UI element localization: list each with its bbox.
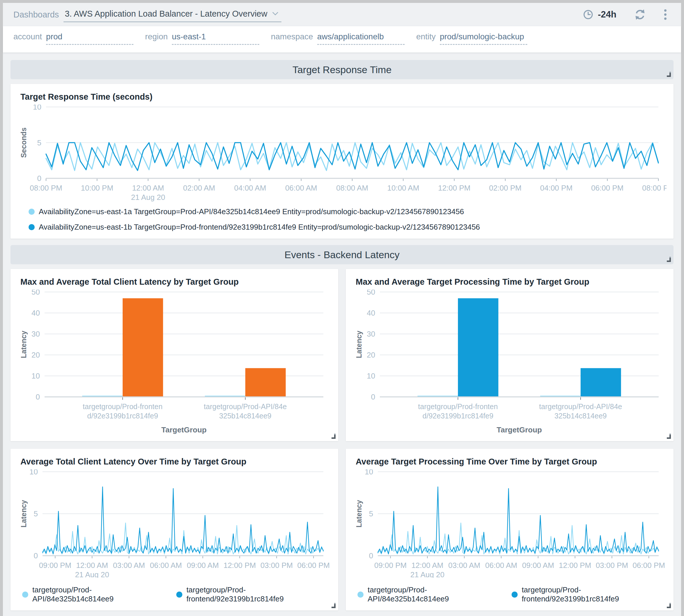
filter-account-value[interactable]: prod — [46, 32, 133, 45]
breadcrumb[interactable]: Dashboards — [14, 10, 59, 20]
resize-handle-icon[interactable] — [332, 435, 336, 439]
resize-handle-icon[interactable] — [667, 435, 671, 439]
chart-title: Max and Average Target Processing Time b… — [356, 277, 667, 287]
legend-item[interactable]: targetgroup/Prod-API/84e325b14c814ee9 — [22, 586, 163, 603]
chart-title: Target Response Time (seconds) — [20, 92, 667, 102]
time-range-value: -24h — [598, 9, 616, 20]
dashboard-title-dropdown[interactable]: 3. AWS Application Load Balancer - Laten… — [64, 7, 281, 22]
target-processing-bar-chart[interactable]: 01020304050Latencytargetgroup/Prod-front… — [352, 290, 667, 437]
svg-text:12:00 AM: 12:00 AM — [76, 561, 108, 570]
svg-text:10: 10 — [33, 105, 41, 111]
resize-handle-icon[interactable] — [332, 604, 336, 608]
svg-text:targetgroup/Prod-fronten: targetgroup/Prod-fronten — [418, 402, 498, 411]
svg-text:09:00 AM: 09:00 AM — [187, 561, 219, 570]
panel-max-avg-client-latency: Max and Average Total Client Latency by … — [10, 269, 338, 441]
svg-text:10: 10 — [365, 469, 373, 476]
dashboard-page: Dashboards 3. AWS Application Load Balan… — [3, 3, 681, 616]
client-latency-legend: targetgroup/Prod-API/84e325b14c814ee9tar… — [22, 586, 332, 603]
svg-text:5: 5 — [34, 509, 38, 518]
section-header-target-response-time: Target Response Time — [10, 60, 674, 79]
svg-text:30: 30 — [367, 330, 375, 338]
target-processing-legend: targetgroup/Prod-API/84e325b14c814ee9tar… — [358, 586, 667, 603]
section-title: Events - Backend Latency — [284, 249, 400, 261]
svg-text:20: 20 — [367, 351, 375, 359]
svg-text:40: 40 — [31, 309, 40, 317]
filter-region-value[interactable]: us-east-1 — [172, 32, 259, 45]
legend-dot-icon — [28, 208, 35, 215]
legend-item[interactable]: targetgroup/Prod-API/84e325b14c814ee9 — [358, 586, 498, 603]
svg-text:0: 0 — [36, 393, 40, 401]
svg-text:50: 50 — [367, 290, 375, 296]
target-processing-time-chart[interactable]: 0510Latency09:00 PM12:00 AM21 Aug 2003:0… — [352, 469, 667, 579]
line-chart-row: Average Total Client Latency Over Time b… — [10, 449, 674, 611]
svg-text:325b14c814ee9: 325b14c814ee9 — [219, 412, 271, 420]
legend-dot-icon — [28, 224, 35, 230]
panel-avg-client-latency-over-time: Average Total Client Latency Over Time b… — [10, 449, 338, 611]
svg-text:Latency: Latency — [355, 331, 363, 358]
svg-text:10: 10 — [31, 372, 40, 380]
svg-text:TargetGroup: TargetGroup — [161, 425, 207, 434]
svg-text:0: 0 — [371, 393, 375, 401]
svg-text:50: 50 — [31, 290, 40, 296]
filter-label: namespace — [271, 32, 313, 41]
panel-target-response-time: Target Response Time (seconds) 0510Secon… — [10, 84, 674, 239]
svg-text:04:00 AM: 04:00 AM — [234, 183, 266, 192]
clock-icon — [583, 9, 594, 20]
legend-item[interactable]: targetgroup/Prod-frontend/92e3199b1rc814… — [511, 586, 667, 603]
legend-item[interactable]: targetgroup/Prod-frontend/92e3199b1rc814… — [176, 586, 332, 603]
resize-handle-icon[interactable] — [667, 73, 671, 77]
svg-text:06:00 PM: 06:00 PM — [297, 561, 330, 570]
client-latency-time-chart[interactable]: 0510Latency09:00 PM12:00 AM21 Aug 2003:0… — [17, 469, 332, 579]
svg-text:12:00 AM: 12:00 AM — [132, 183, 164, 192]
svg-text:09:00 PM: 09:00 PM — [374, 561, 407, 570]
svg-text:06:00 AM: 06:00 AM — [285, 183, 317, 192]
window-frame: Dashboards 3. AWS Application Load Balan… — [0, 0, 684, 616]
svg-text:04:00 PM: 04:00 PM — [540, 183, 572, 192]
filter-region: region us-east-1 — [145, 32, 259, 45]
svg-text:20: 20 — [31, 351, 40, 359]
svg-text:d/92e3199b1rc814fe9: d/92e3199b1rc814fe9 — [423, 412, 493, 420]
svg-text:03:00 PM: 03:00 PM — [260, 561, 293, 570]
legend-item[interactable]: AvailabilityZone=us-east-1b TargetGroup=… — [28, 223, 667, 232]
svg-text:d/92e3199b1rc814fe9: d/92e3199b1rc814fe9 — [87, 412, 158, 420]
client-latency-bar-chart[interactable]: 01020304050Latencytargetgroup/Prod-front… — [17, 290, 332, 437]
svg-text:30: 30 — [31, 330, 40, 338]
svg-text:02:00 PM: 02:00 PM — [489, 183, 521, 192]
filter-entity-value[interactable]: prod/sumologic-backup — [440, 32, 527, 45]
svg-text:TargetGroup: TargetGroup — [497, 425, 542, 434]
page-title: 3. AWS Application Load Balancer - Laten… — [65, 9, 267, 19]
svg-text:21 Aug 20: 21 Aug 20 — [410, 570, 444, 578]
legend-label: targetgroup/Prod-frontend/92e3199b1rc814… — [186, 586, 332, 603]
svg-text:5: 5 — [37, 138, 41, 147]
chart-title: Average Total Client Latency Over Time b… — [20, 457, 332, 466]
target-response-time-chart[interactable]: 0510Seconds08:00 PM10:00 PM12:00 AM21 Au… — [17, 105, 667, 202]
svg-text:06:00 AM: 06:00 AM — [150, 561, 182, 570]
svg-text:06:00 AM: 06:00 AM — [485, 561, 517, 570]
resize-handle-icon[interactable] — [667, 604, 671, 608]
panel-max-avg-target-processing: Max and Average Target Processing Time b… — [346, 269, 674, 441]
section-title: Target Response Time — [293, 64, 391, 75]
svg-text:03:00 PM: 03:00 PM — [596, 561, 628, 570]
svg-text:08:00 PM: 08:00 PM — [642, 183, 666, 192]
dashboard-content: Target Response Time Target Response Tim… — [3, 52, 681, 611]
panel-avg-target-processing-over-time: Average Target Processing Time Over Time… — [346, 449, 674, 611]
svg-text:12:00 PM: 12:00 PM — [438, 183, 471, 192]
target-response-time-legend: AvailabilityZone=us-east-1a TargetGroup=… — [28, 207, 667, 232]
svg-text:40: 40 — [367, 309, 375, 317]
svg-text:08:00 PM: 08:00 PM — [30, 183, 62, 192]
legend-item[interactable]: AvailabilityZone=us-east-1a TargetGroup=… — [28, 207, 667, 216]
svg-text:targetgroup/Prod-API/84e: targetgroup/Prod-API/84e — [204, 402, 287, 411]
svg-text:325b14c814ee9: 325b14c814ee9 — [554, 412, 607, 420]
refresh-button[interactable] — [634, 9, 646, 20]
svg-text:10: 10 — [29, 469, 38, 476]
legend-label: targetgroup/Prod-frontend/92e3199b1rc814… — [522, 586, 667, 603]
filter-entity: entity prod/sumologic-backup — [416, 32, 527, 45]
svg-text:5: 5 — [369, 509, 373, 518]
svg-text:06:00 PM: 06:00 PM — [591, 183, 623, 192]
filter-namespace-value[interactable]: aws/applicationelb — [317, 32, 405, 45]
resize-handle-icon[interactable] — [667, 258, 671, 262]
svg-text:10:00 AM: 10:00 AM — [387, 183, 419, 192]
time-range-button[interactable]: -24h — [583, 9, 616, 20]
kebab-menu-icon[interactable] — [661, 8, 669, 21]
filter-account: account prod — [14, 32, 133, 45]
